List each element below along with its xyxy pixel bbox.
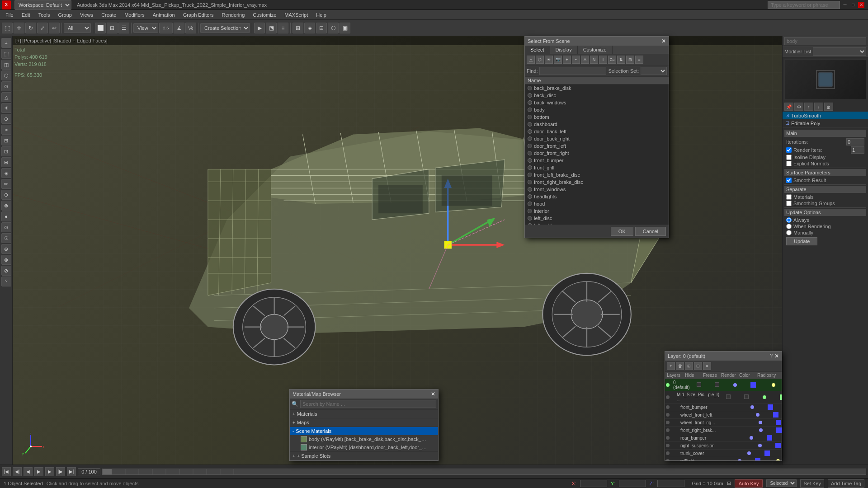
materials-section-header[interactable]: + Materials [290, 410, 438, 418]
layer-item-front-right-brak[interactable]: front_right_brak... [665, 427, 782, 434]
layer-item-default[interactable]: 0 (default) [665, 379, 782, 391]
sd-none-btn[interactable]: N [590, 56, 598, 64]
lt-btn-13[interactable]: ✏ [1, 179, 11, 189]
modifier-list-dropdown[interactable] [813, 47, 866, 56]
ts-surface-section[interactable]: Surface Parameters [784, 169, 866, 176]
y-coord-input[interactable] [619, 480, 646, 487]
named-selection-dropdown[interactable]: Create Selection... [200, 23, 250, 33]
scale-tool-btn[interactable]: ⤢ [37, 23, 48, 33]
lt-btn-19[interactable]: ⊛ [1, 244, 11, 254]
create-tab-btn[interactable]: + [1, 38, 11, 48]
rotate-tool-btn[interactable]: ↻ [25, 23, 36, 33]
color-box[interactable] [780, 394, 782, 400]
color-box[interactable] [768, 404, 773, 410]
selection-mode-dropdown[interactable]: Selected [766, 479, 797, 487]
scene-mat-body[interactable]: body (VRayMtl) [back_brake_disk,back_dis… [290, 435, 438, 443]
workspace-dropdown[interactable]: Workspace: Default [14, 0, 71, 10]
rad-dot[interactable] [776, 459, 780, 460]
layer-item-wheel-front-rig[interactable]: wheel_front_rig... [665, 419, 782, 427]
angle-snap-btn[interactable]: ∡ [174, 23, 184, 33]
render-dot[interactable] [759, 428, 763, 432]
select-item-back-disc[interactable]: back_disc [525, 92, 669, 99]
color-box[interactable] [764, 450, 770, 456]
color-box[interactable] [776, 427, 782, 433]
lt-btn-8[interactable]: ≈ [1, 125, 11, 135]
layer-item-rear-bumper[interactable]: rear_bumper [665, 434, 782, 442]
freeze-check[interactable] [744, 394, 749, 399]
ld-select-objs-btn[interactable]: ⊡ [694, 362, 702, 370]
config-modifier-btn[interactable]: ⚙ [794, 103, 803, 111]
quick-render-btn[interactable]: ▣ [340, 23, 350, 33]
render-dot[interactable] [747, 451, 751, 455]
material-map-browser-dialog[interactable]: Material/Map Browser ✕ 🔍 + Materials + M… [289, 389, 439, 461]
scene-materials-header[interactable]: - Scene Materials [290, 427, 438, 435]
select-tool-btn[interactable]: ⬚ [2, 23, 13, 33]
select-item-hood[interactable]: hood [525, 200, 669, 207]
play-btn[interactable]: ▶ [254, 23, 265, 33]
material-search-input[interactable] [300, 400, 436, 408]
color-box[interactable] [773, 412, 778, 418]
close-button[interactable]: ✕ [858, 2, 864, 8]
lt-btn-20[interactable]: ⊚ [1, 255, 11, 265]
menu-customize[interactable]: Customize [249, 11, 280, 19]
lt-btn-5[interactable]: △ [1, 92, 11, 102]
layer-item-midsizepic[interactable]: Mid_Size_Pic...ple_I{ ... [665, 391, 782, 404]
render-btn[interactable]: ⬡ [328, 23, 339, 33]
select-item-front-windows[interactable]: front_windows [525, 186, 669, 193]
ts-manually-radio[interactable] [786, 230, 792, 235]
ts-render-iters-check[interactable] [786, 147, 792, 153]
ld-select-layer-btn[interactable]: ≡ [703, 362, 711, 370]
ld-delete-layer-btn[interactable]: 🗑 [676, 362, 684, 370]
lt-btn-12[interactable]: ◈ [1, 168, 11, 178]
select-by-name-btn[interactable]: ☰ [118, 23, 129, 33]
select-item-door-front-right[interactable]: door_front_right [525, 150, 669, 157]
select-item-headlights[interactable]: headlights [525, 193, 669, 200]
select-item-door-back-left[interactable]: door_back_left [525, 128, 669, 135]
select-ok-btn[interactable]: OK [611, 227, 633, 236]
lt-btn-1[interactable]: ⬚ [1, 49, 11, 59]
select-list[interactable]: back_brake_disk back_disc back_windows b… [525, 84, 669, 225]
render-dot[interactable] [738, 459, 741, 460]
select-item-dashboard[interactable]: dashboard [525, 121, 669, 128]
lt-btn-14[interactable]: ⊕ [1, 190, 11, 200]
select-selset-dropdown[interactable] [641, 67, 667, 75]
menu-help[interactable]: Help [312, 11, 330, 19]
tl-prev-frame-btn[interactable]: ◀ [24, 467, 33, 476]
ts-iterations-input[interactable] [846, 138, 864, 145]
schematic-view-btn[interactable]: ⊟ [316, 23, 327, 33]
ts-update-section[interactable]: Update Options [784, 209, 866, 216]
lt-btn-10[interactable]: ⊡ [1, 146, 11, 156]
up-modifier-btn[interactable]: ↑ [804, 103, 813, 111]
select-region-btn[interactable]: ⬜ [95, 23, 106, 33]
select-item-back-brake-disk[interactable]: back_brake_disk [525, 84, 669, 92]
ts-smooth-result-check[interactable] [786, 178, 792, 183]
color-box[interactable] [755, 458, 760, 460]
layer-item-right-suspension[interactable]: right_suspension [665, 442, 782, 450]
layer-item-trunk-cover[interactable]: trunk_cover [665, 450, 782, 457]
modifier-editable-poly[interactable]: ⊡ Editable Poly [783, 119, 868, 127]
render-dot[interactable] [750, 436, 753, 440]
menu-group[interactable]: Group [54, 11, 75, 19]
select-item-bottom[interactable]: bottom [525, 113, 669, 121]
modifier-turbsmooth[interactable]: ⊡ TurboSmooth [783, 112, 868, 119]
tl-play-btn[interactable]: ▶ [34, 467, 43, 476]
layer-item-wheel-front-left[interactable]: wheel_front_left [665, 411, 782, 419]
align-btn[interactable]: ≡ [278, 23, 288, 33]
select-item-body[interactable]: body [525, 106, 669, 113]
sd-hierarchy-btn[interactable]: ⊞ [626, 56, 634, 64]
menu-modifiers[interactable]: Modifiers [121, 11, 148, 19]
down-modifier-btn[interactable]: ↓ [814, 103, 823, 111]
timeline-bar[interactable] [102, 469, 866, 475]
lt-btn-7[interactable]: ⊕ [1, 114, 11, 124]
select-item-front-bumper[interactable]: front_bumper [525, 157, 669, 164]
maximize-button[interactable]: □ [850, 2, 856, 8]
sd-all-btn[interactable]: A [581, 56, 589, 64]
pin-modifier-btn[interactable]: 📌 [784, 103, 793, 111]
tl-next-key-btn[interactable]: |▶ [56, 467, 65, 476]
autokey-btn[interactable]: Auto Key [735, 479, 763, 488]
frame-counter-input[interactable]: 0 / 100 [78, 468, 100, 475]
select-item-front-right-brake[interactable]: front_right_brake_disc [525, 178, 669, 186]
maps-section-header[interactable]: + Maps [290, 418, 438, 427]
lt-btn-3[interactable]: ⬡ [1, 70, 11, 80]
ts-main-section[interactable]: Main [784, 130, 866, 137]
